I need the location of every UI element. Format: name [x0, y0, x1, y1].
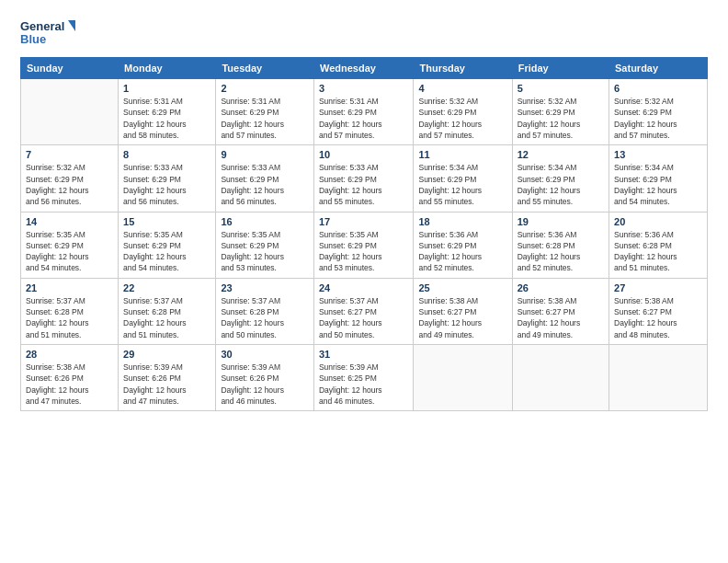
- day-info: Sunrise: 5:37 AMSunset: 6:28 PMDaylight:…: [123, 295, 210, 340]
- svg-text:Blue: Blue: [20, 32, 46, 46]
- calendar-day-cell: 23Sunrise: 5:37 AMSunset: 6:28 PMDayligh…: [216, 278, 314, 344]
- calendar-header-cell: Saturday: [609, 58, 708, 79]
- calendar-day-cell: 24Sunrise: 5:37 AMSunset: 6:27 PMDayligh…: [313, 278, 414, 344]
- day-number: 29: [123, 349, 210, 360]
- day-number: 3: [319, 83, 409, 94]
- calendar-header-cell: Monday: [119, 58, 216, 79]
- day-number: 27: [614, 282, 702, 293]
- calendar-day-cell: 7Sunrise: 5:32 AMSunset: 6:29 PMDaylight…: [21, 145, 119, 212]
- day-info: Sunrise: 5:38 AMSunset: 6:27 PMDaylight:…: [614, 295, 702, 340]
- day-number: 6: [614, 83, 702, 94]
- day-number: 10: [319, 149, 409, 160]
- calendar-day-cell: 9Sunrise: 5:33 AMSunset: 6:29 PMDaylight…: [216, 145, 314, 212]
- calendar-header-cell: Sunday: [21, 58, 119, 79]
- calendar-day-cell: 18Sunrise: 5:36 AMSunset: 6:29 PMDayligh…: [414, 212, 512, 278]
- day-info: Sunrise: 5:32 AMSunset: 6:29 PMDaylight:…: [518, 96, 604, 141]
- calendar-day-cell: 26Sunrise: 5:38 AMSunset: 6:27 PMDayligh…: [512, 278, 609, 344]
- calendar-week-row: 14Sunrise: 5:35 AMSunset: 6:29 PMDayligh…: [21, 212, 708, 278]
- day-info: Sunrise: 5:34 AMSunset: 6:29 PMDaylight:…: [518, 162, 604, 207]
- day-number: 24: [319, 282, 409, 293]
- calendar-header-cell: Thursday: [414, 58, 512, 79]
- day-number: 28: [26, 349, 113, 360]
- day-number: 5: [518, 83, 604, 94]
- day-number: 16: [221, 216, 309, 227]
- day-number: 18: [418, 216, 506, 227]
- calendar-header-row: SundayMondayTuesdayWednesdayThursdayFrid…: [21, 58, 708, 79]
- day-number: 7: [26, 149, 113, 160]
- day-number: 22: [123, 282, 210, 293]
- calendar-day-cell: 30Sunrise: 5:39 AMSunset: 6:26 PMDayligh…: [216, 345, 314, 411]
- svg-marker-2: [68, 20, 75, 31]
- calendar-day-cell: 27Sunrise: 5:38 AMSunset: 6:27 PMDayligh…: [609, 278, 708, 344]
- calendar-day-cell: 28Sunrise: 5:38 AMSunset: 6:26 PMDayligh…: [21, 345, 119, 411]
- calendar-day-cell: 29Sunrise: 5:39 AMSunset: 6:26 PMDayligh…: [119, 345, 216, 411]
- day-info: Sunrise: 5:35 AMSunset: 6:29 PMDaylight:…: [123, 229, 210, 274]
- calendar-day-cell: 15Sunrise: 5:35 AMSunset: 6:29 PMDayligh…: [119, 212, 216, 278]
- calendar-day-cell: 8Sunrise: 5:33 AMSunset: 6:29 PMDaylight…: [119, 145, 216, 212]
- calendar-day-cell: 2Sunrise: 5:31 AMSunset: 6:29 PMDaylight…: [216, 79, 314, 145]
- page: General Blue SundayMondayTuesdayWednesda…: [0, 0, 728, 563]
- calendar-day-cell: 19Sunrise: 5:36 AMSunset: 6:28 PMDayligh…: [512, 212, 609, 278]
- day-number: 20: [614, 216, 702, 227]
- calendar-week-row: 7Sunrise: 5:32 AMSunset: 6:29 PMDaylight…: [21, 145, 708, 212]
- day-number: 11: [418, 149, 506, 160]
- day-info: Sunrise: 5:39 AMSunset: 6:26 PMDaylight:…: [123, 362, 210, 407]
- calendar-day-cell: 20Sunrise: 5:36 AMSunset: 6:28 PMDayligh…: [609, 212, 708, 278]
- calendar-day-cell: [414, 345, 512, 411]
- day-number: 9: [221, 149, 309, 160]
- calendar-day-cell: 6Sunrise: 5:32 AMSunset: 6:29 PMDaylight…: [609, 79, 708, 145]
- day-info: Sunrise: 5:34 AMSunset: 6:29 PMDaylight:…: [418, 162, 506, 207]
- logo: General Blue: [20, 17, 75, 50]
- day-info: Sunrise: 5:33 AMSunset: 6:29 PMDaylight:…: [123, 162, 210, 207]
- day-info: Sunrise: 5:31 AMSunset: 6:29 PMDaylight:…: [221, 96, 309, 141]
- day-info: Sunrise: 5:31 AMSunset: 6:29 PMDaylight:…: [319, 96, 409, 141]
- calendar-header-cell: Wednesday: [313, 58, 414, 79]
- calendar-day-cell: 3Sunrise: 5:31 AMSunset: 6:29 PMDaylight…: [313, 79, 414, 145]
- day-info: Sunrise: 5:33 AMSunset: 6:29 PMDaylight:…: [221, 162, 309, 207]
- day-info: Sunrise: 5:37 AMSunset: 6:28 PMDaylight:…: [221, 295, 309, 340]
- day-info: Sunrise: 5:32 AMSunset: 6:29 PMDaylight:…: [418, 96, 506, 141]
- day-info: Sunrise: 5:37 AMSunset: 6:28 PMDaylight:…: [26, 295, 113, 340]
- calendar-day-cell: 4Sunrise: 5:32 AMSunset: 6:29 PMDaylight…: [414, 79, 512, 145]
- day-info: Sunrise: 5:39 AMSunset: 6:25 PMDaylight:…: [319, 362, 409, 407]
- calendar-day-cell: 22Sunrise: 5:37 AMSunset: 6:28 PMDayligh…: [119, 278, 216, 344]
- day-number: 25: [418, 282, 506, 293]
- day-number: 13: [614, 149, 702, 160]
- calendar-day-cell: 1Sunrise: 5:31 AMSunset: 6:29 PMDaylight…: [119, 79, 216, 145]
- day-number: 17: [319, 216, 409, 227]
- calendar-day-cell: 12Sunrise: 5:34 AMSunset: 6:29 PMDayligh…: [512, 145, 609, 212]
- day-info: Sunrise: 5:38 AMSunset: 6:26 PMDaylight:…: [26, 362, 113, 407]
- day-info: Sunrise: 5:32 AMSunset: 6:29 PMDaylight:…: [26, 162, 113, 207]
- calendar-day-cell: [21, 79, 119, 145]
- calendar-day-cell: 21Sunrise: 5:37 AMSunset: 6:28 PMDayligh…: [21, 278, 119, 344]
- calendar-day-cell: [609, 345, 708, 411]
- day-info: Sunrise: 5:38 AMSunset: 6:27 PMDaylight:…: [418, 295, 506, 340]
- day-info: Sunrise: 5:36 AMSunset: 6:29 PMDaylight:…: [418, 229, 506, 274]
- day-number: 2: [221, 83, 309, 94]
- day-info: Sunrise: 5:32 AMSunset: 6:29 PMDaylight:…: [614, 96, 702, 141]
- day-number: 30: [221, 349, 309, 360]
- header: General Blue: [20, 17, 708, 50]
- day-number: 1: [123, 83, 210, 94]
- day-info: Sunrise: 5:36 AMSunset: 6:28 PMDaylight:…: [614, 229, 702, 274]
- day-number: 15: [123, 216, 210, 227]
- day-number: 8: [123, 149, 210, 160]
- day-info: Sunrise: 5:36 AMSunset: 6:28 PMDaylight:…: [518, 229, 604, 274]
- calendar-table: SundayMondayTuesdayWednesdayThursdayFrid…: [20, 57, 708, 411]
- day-info: Sunrise: 5:35 AMSunset: 6:29 PMDaylight:…: [319, 229, 409, 274]
- calendar-week-row: 21Sunrise: 5:37 AMSunset: 6:28 PMDayligh…: [21, 278, 708, 344]
- calendar-day-cell: 25Sunrise: 5:38 AMSunset: 6:27 PMDayligh…: [414, 278, 512, 344]
- day-info: Sunrise: 5:35 AMSunset: 6:29 PMDaylight:…: [26, 229, 113, 274]
- day-info: Sunrise: 5:31 AMSunset: 6:29 PMDaylight:…: [123, 96, 210, 141]
- calendar-header-cell: Tuesday: [216, 58, 314, 79]
- day-number: 23: [221, 282, 309, 293]
- day-number: 4: [418, 83, 506, 94]
- day-number: 26: [518, 282, 604, 293]
- day-number: 21: [26, 282, 113, 293]
- day-number: 19: [518, 216, 604, 227]
- day-info: Sunrise: 5:33 AMSunset: 6:29 PMDaylight:…: [319, 162, 409, 207]
- day-number: 14: [26, 216, 113, 227]
- day-info: Sunrise: 5:39 AMSunset: 6:26 PMDaylight:…: [221, 362, 309, 407]
- day-info: Sunrise: 5:34 AMSunset: 6:29 PMDaylight:…: [614, 162, 702, 207]
- calendar-day-cell: 16Sunrise: 5:35 AMSunset: 6:29 PMDayligh…: [216, 212, 314, 278]
